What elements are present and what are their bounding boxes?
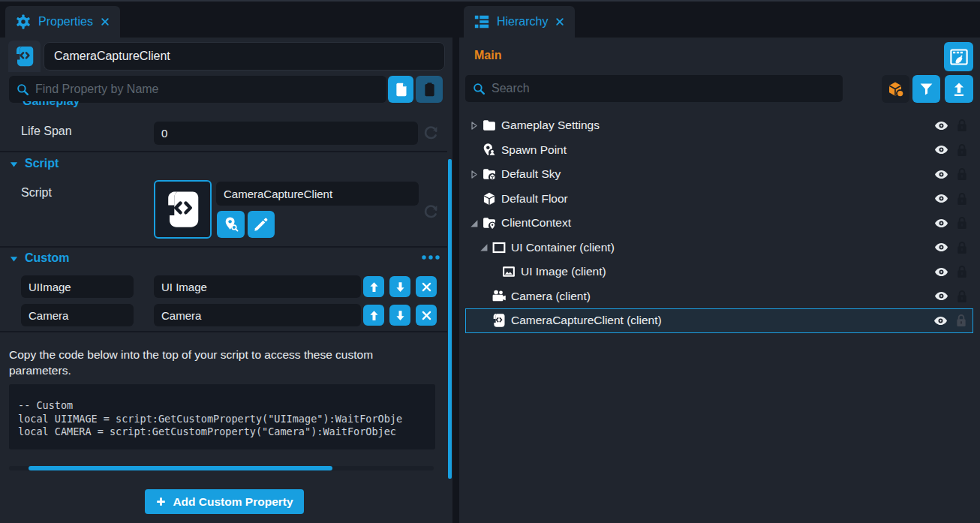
ui-container-icon [492, 240, 507, 255]
life-span-input[interactable] [154, 122, 418, 145]
arrow-up-icon [368, 281, 380, 293]
move-up-button[interactable] [363, 276, 384, 297]
edit-pencil-icon [253, 216, 269, 233]
find-script-in-scene-button[interactable] [217, 211, 245, 238]
close-icon[interactable] [100, 17, 110, 27]
object-name-input[interactable] [44, 42, 445, 71]
section-custom-title[interactable]: Custom [25, 251, 70, 265]
tab-hierarchy-label: Hierarchy [497, 15, 548, 29]
script-icon [163, 189, 203, 230]
collapse-expanded-icon[interactable] [467, 217, 480, 230]
visibility-eye-icon[interactable] [933, 167, 949, 182]
tab-properties[interactable]: Properties [5, 6, 120, 38]
custom-section-menu-icon[interactable] [420, 254, 441, 261]
script-icon [14, 45, 36, 68]
visibility-eye-icon[interactable] [933, 118, 949, 134]
lock-icon[interactable] [954, 215, 969, 230]
chevron-down-icon[interactable] [9, 160, 19, 170]
edit-script-button[interactable] [248, 211, 275, 238]
reset-icon[interactable] [422, 124, 440, 142]
visibility-eye-icon[interactable] [933, 215, 949, 231]
horizontal-scrollbar-track[interactable] [9, 466, 434, 470]
filter-button[interactable] [912, 75, 940, 103]
reset-icon[interactable] [422, 203, 440, 221]
template-button[interactable] [882, 75, 909, 103]
script-asset-thumbnail[interactable] [154, 180, 212, 239]
template-cube-icon [887, 80, 905, 98]
custom-property-name-input[interactable] [21, 304, 134, 326]
expand-spacer [477, 314, 490, 327]
delete-custom-property-button[interactable] [416, 276, 437, 297]
tree-row-cameracaptureclient[interactable]: CameraCaptureClient (client) [465, 308, 973, 333]
paste-properties-button[interactable] [416, 76, 443, 103]
custom-property-name-input[interactable] [21, 275, 134, 298]
lock-icon[interactable] [954, 313, 969, 328]
lock-icon[interactable] [954, 143, 969, 158]
cube-icon [482, 191, 497, 206]
section-gameplay-title[interactable]: Gameplay [23, 101, 80, 108]
publish-scene-rocket-icon [949, 47, 969, 67]
find-in-scene-pin-icon [223, 216, 239, 233]
visibility-eye-icon[interactable] [933, 191, 949, 206]
section-script-title[interactable]: Script [25, 157, 59, 170]
folder-pin-icon [482, 215, 497, 230]
expand-spacer [467, 192, 480, 205]
code-line: -- Custom [18, 399, 435, 413]
custom-property-value-input[interactable] [154, 304, 361, 326]
visibility-eye-icon[interactable] [933, 264, 949, 280]
hierarchy-icon [473, 14, 490, 30]
visibility-eye-icon[interactable] [933, 142, 949, 158]
visibility-eye-icon[interactable] [933, 288, 949, 304]
delete-custom-property-button[interactable] [416, 305, 437, 326]
add-custom-property-button[interactable]: Add Custom Property [145, 489, 304, 514]
camera-icon [492, 289, 507, 304]
chevron-down-icon[interactable] [9, 254, 19, 264]
lock-icon[interactable] [954, 240, 969, 255]
horizontal-scrollbar-thumb[interactable] [29, 466, 332, 470]
filter-funnel-icon [918, 81, 934, 97]
properties-scroll-area[interactable]: Gameplay Life Span Script Script [0, 101, 447, 476]
lock-icon[interactable] [954, 289, 969, 304]
close-icon[interactable] [555, 17, 565, 27]
copy-properties-button[interactable] [388, 76, 413, 103]
expand-collapsed-icon[interactable] [467, 168, 480, 181]
tree-row-ui-container[interactable]: UI Container (client) [465, 236, 973, 260]
hierarchy-search-input[interactable] [492, 82, 836, 95]
custom-parameters-code-block[interactable]: -- Custom local UIIMAGE = script:GetCust… [9, 384, 435, 449]
move-down-button[interactable] [389, 305, 410, 326]
vertical-scrollbar-thumb[interactable] [448, 159, 452, 479]
lock-icon[interactable] [954, 118, 969, 133]
add-custom-property-label: Add Custom Property [173, 495, 293, 509]
visibility-eye-icon[interactable] [933, 239, 949, 255]
publish-scene-button[interactable] [944, 42, 973, 71]
tree-row-default-sky[interactable]: Default Sky [465, 162, 973, 187]
move-down-button[interactable] [389, 276, 410, 297]
script-icon [492, 313, 507, 328]
lock-icon[interactable] [954, 167, 969, 182]
tree-row-camera[interactable]: Camera (client) [465, 284, 973, 309]
code-line: local UIIMAGE = script:GetCustomProperty… [18, 413, 435, 426]
tree-row-gameplay-settings[interactable]: Gameplay Settings [465, 113, 973, 138]
tree-row-clientcontext[interactable]: ClientContext [465, 211, 973, 236]
export-upload-button[interactable] [945, 75, 973, 103]
expand-collapsed-icon[interactable] [467, 119, 480, 132]
custom-property-value-input[interactable] [154, 275, 361, 298]
tree-row-ui-image[interactable]: UI Image (client) [465, 260, 973, 284]
collapse-expanded-icon[interactable] [477, 241, 490, 254]
property-search-input[interactable] [35, 83, 380, 96]
move-up-button[interactable] [363, 305, 384, 326]
script-row-label: Script [21, 186, 52, 200]
folder-cube-icon [482, 167, 497, 182]
custom-parameters-help-text: Copy the code below into the top of your… [9, 347, 426, 378]
script-name-field[interactable] [216, 182, 419, 206]
section-divider [0, 151, 447, 152]
tab-hierarchy[interactable]: Hierarchy [464, 6, 575, 38]
hierarchy-search-box [465, 75, 843, 102]
lock-icon[interactable] [954, 264, 969, 279]
expand-spacer [477, 290, 490, 302]
visibility-eye-icon[interactable] [933, 313, 948, 329]
property-search-box [9, 76, 386, 103]
tree-row-spawn-point[interactable]: Spawn Point [465, 138, 973, 163]
lock-icon[interactable] [954, 191, 969, 206]
tree-row-default-floor[interactable]: Default Floor [465, 187, 973, 212]
